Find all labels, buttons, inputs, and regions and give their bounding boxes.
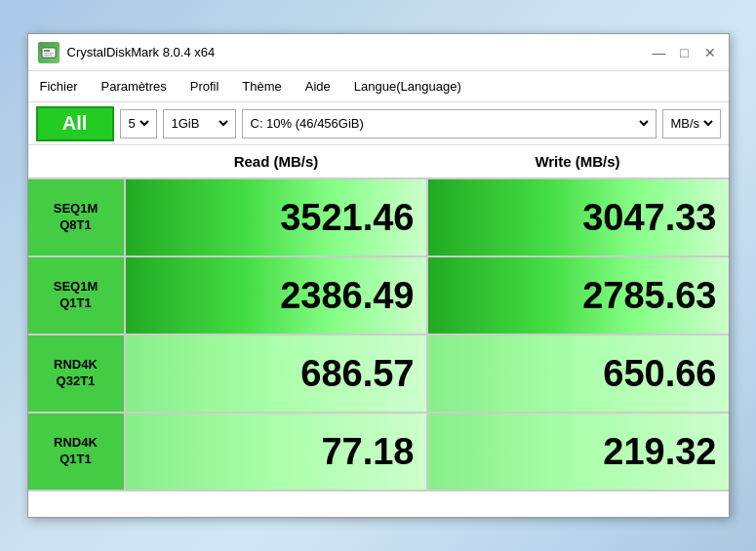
menu-langue[interactable]: Langue(Language) — [350, 77, 465, 96]
menu-profil[interactable]: Profil — [186, 77, 223, 96]
write-value-rnd4k-q32t1: 650.66 — [603, 353, 716, 395]
menu-bar: Fichier Paramètres Profil Thème Aide Lan… — [28, 71, 729, 102]
write-cell-seq1m-q8t1: 3047.33 — [428, 179, 729, 256]
count-select[interactable]: 5 1 3 9 — [120, 109, 157, 138]
size-select[interactable]: 1GiB 512MiB 256MiB 4GiB — [163, 109, 236, 138]
menu-parametres[interactable]: Paramètres — [98, 77, 171, 96]
toolbar: All 5 1 3 9 1GiB 512MiB 256MiB 4GiB C: 1… — [28, 102, 729, 145]
minimize-button[interactable]: — — [651, 44, 668, 61]
write-cell-rnd4k-q32t1: 650.66 — [428, 335, 729, 412]
svg-rect-3 — [44, 55, 52, 56]
header-spacer — [28, 145, 126, 177]
write-cell-rnd4k-q1t1: 219.32 — [428, 413, 729, 490]
menu-fichier[interactable]: Fichier — [36, 77, 82, 96]
status-bar — [28, 490, 729, 517]
row-label-seq1m-q8t1: SEQ1MQ8T1 — [28, 179, 126, 256]
row-label-rnd4k-q1t1: RND4KQ1T1 — [28, 413, 126, 490]
unit-dropdown[interactable]: MB/s GB/s — [667, 115, 716, 132]
result-row-seq1m-q1t1: SEQ1MQ1T1 2386.49 2785.63 — [28, 256, 729, 334]
app-icon — [38, 42, 60, 63]
result-row-rnd4k-q1t1: RND4KQ1T1 77.18 219.32 — [28, 412, 729, 490]
menu-aide[interactable]: Aide — [301, 77, 335, 96]
maximize-button[interactable]: □ — [676, 44, 694, 61]
read-cell-rnd4k-q1t1: 77.18 — [126, 413, 428, 490]
read-value-seq1m-q1t1: 2386.49 — [280, 275, 414, 317]
read-cell-seq1m-q8t1: 3521.46 — [126, 179, 428, 256]
unit-select[interactable]: MB/s GB/s — [662, 109, 721, 138]
header-write: Write (MB/s) — [427, 145, 729, 177]
run-all-button[interactable]: All — [36, 106, 114, 141]
window-controls: — □ ✕ — [651, 44, 719, 61]
read-value-rnd4k-q1t1: 77.18 — [321, 431, 414, 473]
row-label-rnd4k-q32t1: RND4KQ32T1 — [28, 335, 126, 412]
read-value-rnd4k-q32t1: 686.57 — [300, 353, 414, 395]
close-button[interactable]: ✕ — [701, 44, 719, 61]
count-dropdown[interactable]: 5 1 3 9 — [125, 115, 152, 132]
main-window: CrystalDiskMark 8.0.4 x64 — □ ✕ Fichier … — [27, 33, 730, 518]
svg-rect-2 — [44, 53, 54, 54]
header-read: Read (MB/s) — [126, 145, 427, 177]
menu-theme[interactable]: Thème — [238, 77, 285, 96]
results-header: Read (MB/s) Write (MB/s) — [28, 145, 729, 177]
read-value-seq1m-q8t1: 3521.46 — [280, 197, 414, 239]
content-area: Read (MB/s) Write (MB/s) SEQ1MQ8T1 3521.… — [28, 145, 729, 490]
result-row-seq1m-q8t1: SEQ1MQ8T1 3521.46 3047.33 — [28, 177, 729, 256]
write-value-seq1m-q8t1: 3047.33 — [582, 197, 716, 239]
drive-select[interactable]: C: 10% (46/456GiB) — [242, 109, 657, 138]
row-label-seq1m-q1t1: SEQ1MQ1T1 — [28, 257, 126, 334]
title-bar: CrystalDiskMark 8.0.4 x64 — □ ✕ — [28, 34, 729, 71]
window-title: CrystalDiskMark 8.0.4 x64 — [67, 45, 651, 59]
write-value-rnd4k-q1t1: 219.32 — [603, 431, 716, 473]
size-dropdown[interactable]: 1GiB 512MiB 256MiB 4GiB — [168, 115, 231, 132]
result-row-rnd4k-q32t1: RND4KQ32T1 686.57 650.66 — [28, 334, 729, 412]
write-value-seq1m-q1t1: 2785.63 — [582, 275, 716, 317]
svg-rect-1 — [44, 50, 50, 52]
write-cell-seq1m-q1t1: 2785.63 — [428, 257, 729, 334]
drive-dropdown[interactable]: C: 10% (46/456GiB) — [247, 115, 652, 132]
read-cell-seq1m-q1t1: 2386.49 — [126, 257, 428, 334]
read-cell-rnd4k-q32t1: 686.57 — [126, 335, 428, 412]
